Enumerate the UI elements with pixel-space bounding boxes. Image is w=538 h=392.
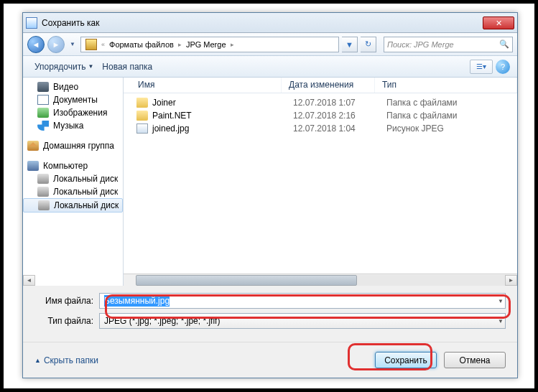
- list-item[interactable]: Joiner12.07.2018 1:07Папка с файлами: [124, 96, 517, 109]
- breadcrumb[interactable]: JPG Merge: [183, 40, 229, 49]
- filetype-select[interactable]: JPEG (*.jpg; *.jpeg; *.jpe; *.jfif) ▼: [99, 313, 506, 329]
- disk-icon: [37, 187, 49, 197]
- nav-history-drop[interactable]: ▼: [68, 37, 78, 52]
- addr-drop-button[interactable]: ▼: [342, 37, 358, 52]
- scroll-track[interactable]: [136, 275, 505, 286]
- save-button[interactable]: Сохранить: [375, 352, 437, 368]
- file-list: Имя Дата изменения Тип Joiner12.07.2018 …: [124, 78, 517, 286]
- address-bar[interactable]: « Форматы файлов ▸ JPG Merge ▸: [80, 37, 339, 52]
- disk-icon: [37, 174, 49, 184]
- scroll-thumb[interactable]: [136, 275, 357, 286]
- save-form: Имя файла: Безымянный.jpg ▼ Тип файла: J…: [23, 286, 517, 336]
- tree-item-computer[interactable]: Компьютер: [23, 159, 123, 172]
- body-split: Видео Документы Изображения Музыка Домаш…: [23, 78, 517, 286]
- scroll-right-button[interactable]: ►: [505, 275, 517, 286]
- titlebar[interactable]: Сохранить как ✕: [23, 13, 517, 33]
- disk-icon: [38, 200, 50, 210]
- list-item[interactable]: joined.jpg12.07.2018 1:04Рисунок JPEG: [124, 122, 517, 135]
- list-body[interactable]: Joiner12.07.2018 1:07Папка с файлами Pai…: [124, 93, 517, 274]
- forward-button[interactable]: ►: [47, 36, 65, 53]
- tree-item-images[interactable]: Изображения: [23, 106, 123, 119]
- organize-button[interactable]: Упорядочить ▼: [30, 59, 98, 75]
- refresh-button[interactable]: ↻: [361, 37, 376, 52]
- cancel-button[interactable]: Отмена: [444, 352, 506, 368]
- new-folder-button[interactable]: Новая папка: [98, 59, 157, 75]
- chevron-up-icon: ▲: [34, 357, 41, 364]
- col-name[interactable]: Имя: [124, 78, 282, 93]
- save-dialog: Сохранить как ✕ ◄ ► ▼ « Форматы файлов ▸…: [22, 12, 518, 378]
- nav-tree[interactable]: Видео Документы Изображения Музыка Домаш…: [23, 78, 124, 286]
- filename-value: Безымянный.jpg: [104, 295, 170, 307]
- folder-icon: [136, 111, 148, 121]
- filename-label: Имя файла:: [34, 296, 99, 306]
- col-date[interactable]: Дата изменения: [282, 78, 375, 93]
- breadcrumb[interactable]: Форматы файлов: [106, 40, 177, 49]
- tree-item-documents[interactable]: Документы: [23, 93, 123, 106]
- tree-item-music[interactable]: Музыка: [23, 119, 123, 132]
- toolbar: Упорядочить ▼ Новая папка ☰▾ ?: [23, 56, 517, 78]
- hide-folders-link[interactable]: ▲ Скрыть папки: [34, 355, 98, 365]
- tree-item-disk[interactable]: Локальный диск: [23, 198, 123, 213]
- chevron-down-icon[interactable]: ▼: [498, 298, 504, 304]
- filetype-value: JPEG (*.jpg; *.jpeg; *.jpe; *.jfif): [104, 316, 220, 326]
- chevron-down-icon: ▼: [88, 63, 93, 70]
- chevron-right-icon[interactable]: ▸: [177, 41, 183, 48]
- folder-icon: [85, 39, 97, 50]
- chevron-right-icon[interactable]: ▸: [229, 41, 236, 48]
- search-icon: 🔍: [499, 39, 509, 49]
- help-button[interactable]: ?: [496, 60, 510, 74]
- video-icon: [37, 82, 49, 92]
- jpg-icon: [136, 123, 148, 134]
- image-icon: [37, 108, 49, 118]
- filename-input[interactable]: Безымянный.jpg ▼: [99, 293, 506, 309]
- tree-item-video[interactable]: Видео: [23, 80, 123, 93]
- search-placeholder: Поиск: JPG Merge: [387, 40, 454, 49]
- nav-bar: ◄ ► ▼ « Форматы файлов ▸ JPG Merge ▸ ▼ ↻…: [23, 33, 517, 56]
- crumb-prefix: «: [100, 41, 106, 48]
- app-icon: [26, 17, 37, 29]
- document-icon: [37, 95, 49, 105]
- filetype-label: Тип файла:: [34, 316, 99, 326]
- window-title: Сохранить как: [42, 18, 483, 28]
- folder-icon: [136, 98, 148, 108]
- col-type[interactable]: Тип: [375, 78, 517, 93]
- tree-item-disk[interactable]: Локальный диск: [23, 185, 123, 198]
- footer: ▲ Скрыть папки Сохранить Отмена: [23, 342, 517, 378]
- list-header: Имя Дата изменения Тип: [124, 78, 517, 93]
- computer-icon: [27, 161, 39, 171]
- homegroup-icon: [27, 141, 39, 151]
- horizontal-scrollbar[interactable]: ◄ ►: [124, 274, 517, 286]
- close-button[interactable]: ✕: [483, 17, 514, 29]
- tree-item-disk[interactable]: Локальный диск: [23, 172, 123, 185]
- back-button[interactable]: ◄: [27, 36, 45, 53]
- view-mode-button[interactable]: ☰▾: [470, 60, 493, 74]
- chevron-down-icon[interactable]: ▼: [498, 318, 504, 325]
- tree-item-homegroup[interactable]: Домашняя группа: [23, 139, 123, 152]
- search-input[interactable]: Поиск: JPG Merge 🔍: [384, 37, 513, 52]
- music-icon: [37, 121, 49, 131]
- list-item[interactable]: Paint.NET12.07.2018 2:16Папка с файлами: [124, 109, 517, 122]
- outer-frame: Сохранить как ✕ ◄ ► ▼ « Форматы файлов ▸…: [2, 2, 536, 390]
